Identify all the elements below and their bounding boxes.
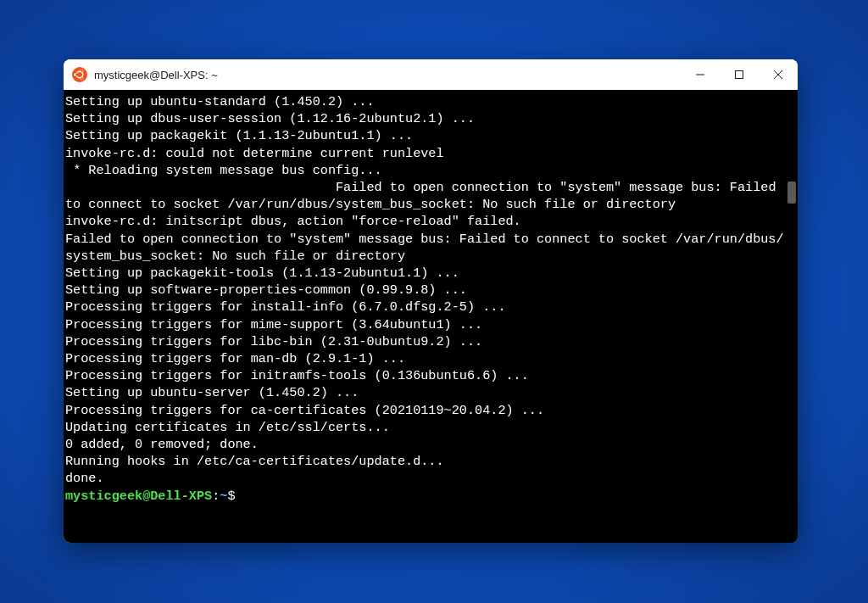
prompt-dollar: $ [227,489,235,504]
terminal-line: Processing triggers for ca-certificates … [65,402,784,419]
terminal-line: Processing triggers for man-db (2.9.1-1)… [65,350,784,367]
terminal-line: Setting up packagekit-tools (1.1.13-2ubu… [65,265,784,282]
titlebar[interactable]: mysticgeek@Dell-XPS: ~ [64,59,798,90]
terminal-line: Setting up ubuntu-standard (1.450.2) ... [65,93,784,110]
prompt-user-host: mysticgeek@Dell-XPS [65,489,212,504]
terminal-line: done. [65,470,784,487]
close-icon [774,70,782,79]
ubuntu-icon [72,67,87,82]
terminal-line: Setting up software-properties-common (0… [65,282,784,299]
scrollbar[interactable] [786,90,798,543]
terminal-line: Running hooks in /etc/ca-certificates/up… [65,453,784,470]
terminal-line: Processing triggers for install-info (6.… [65,299,784,315]
window-controls [681,59,798,90]
window-title: mysticgeek@Dell-XPS: ~ [94,69,681,81]
terminal-line: Processing triggers for libc-bin (2.31-0… [65,333,784,350]
svg-rect-8 [736,71,743,79]
terminal-window: mysticgeek@Dell-XPS: ~ Setting up ubuntu… [64,59,798,543]
terminal-line: Setting up dbus-user-session (1.12.16-2u… [65,110,784,127]
terminal-line: Processing triggers for mime-support (3.… [65,316,784,333]
maximize-icon [735,70,743,79]
minimize-icon [696,70,704,79]
terminal-line: Updating certificates in /etc/ssl/certs.… [65,419,784,436]
terminal-line: * Reloading system message bus config... [65,162,784,179]
terminal-line: invoke-rc.d: initscript dbus, action "fo… [65,213,784,230]
minimize-button[interactable] [681,59,720,90]
maximize-button[interactable] [720,59,759,90]
terminal-line: Failed to open connection to "system" me… [65,231,784,265]
terminal-output[interactable]: Setting up ubuntu-standard (1.450.2) ...… [64,90,786,543]
scrollbar-thumb[interactable] [787,181,796,204]
terminal-line: invoke-rc.d: could not determine current… [65,145,784,162]
prompt-colon: : [212,489,220,504]
terminal-line: 0 added, 0 removed; done. [65,436,784,453]
terminal-prompt[interactable]: mysticgeek@Dell-XPS:~$ [65,488,784,505]
terminal-line: Failed to open connection to "system" me… [65,179,784,213]
terminal-line: Processing triggers for initramfs-tools … [65,367,784,384]
terminal-area: Setting up ubuntu-standard (1.450.2) ...… [64,90,798,543]
terminal-line: Setting up packagekit (1.1.13-2ubuntu1.1… [65,127,784,144]
close-button[interactable] [759,59,798,90]
svg-rect-5 [75,74,77,76]
terminal-line: Setting up ubuntu-server (1.450.2) ... [65,384,784,401]
